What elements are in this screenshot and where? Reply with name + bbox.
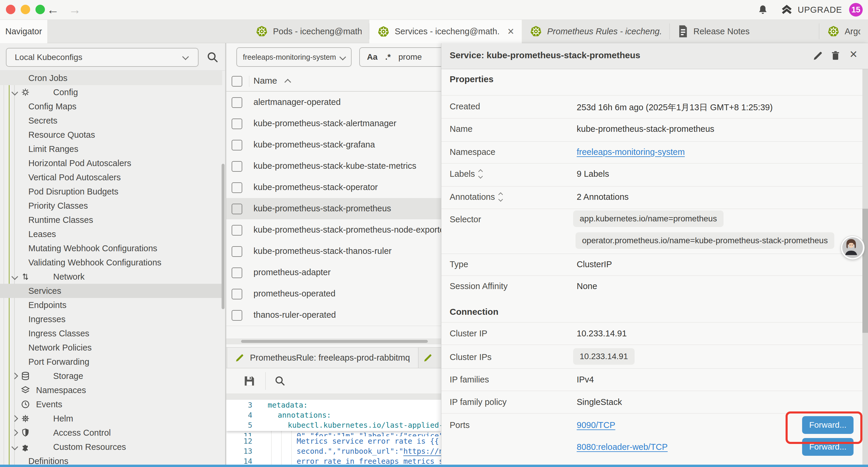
sidebar-item-definitions[interactable]: Definitions [0, 454, 222, 465]
sidebar-item-horizontal-pod-autoscalers[interactable]: Horizontal Pod Autoscalers [0, 156, 222, 170]
sidebar-item-runtime-classes[interactable]: Runtime Classes [0, 213, 222, 227]
expand-collapse-icon[interactable] [479, 170, 482, 178]
detail-panel-header: Service: kube-prometheus-stack-prometheu… [441, 43, 868, 69]
sidebar-scrollbar[interactable] [222, 164, 224, 309]
sidebar-item-port-forwarding[interactable]: Port Forwarding [0, 355, 222, 369]
row-checkbox[interactable] [231, 140, 242, 150]
window-close-button[interactable] [6, 5, 16, 14]
sidebar-item-ingress-classes[interactable]: Ingress Classes [0, 326, 222, 341]
sidebar-item-endpoints[interactable]: Endpoints [0, 298, 222, 312]
row-checkbox[interactable] [231, 246, 242, 257]
search-filter-input[interactable]: Aa .* prome [359, 47, 441, 67]
sidebar-item-cron-jobs[interactable]: Cron Jobs [0, 71, 222, 85]
namespace-link[interactable]: freeleaps-monitoring-system [577, 147, 685, 157]
row-checkbox[interactable] [231, 289, 242, 299]
row-checkbox[interactable] [231, 267, 242, 278]
table-row[interactable]: kube-prometheus-stack-operator [226, 177, 441, 198]
sidebar-item-config-maps[interactable]: Config Maps [0, 99, 222, 114]
name-column-header[interactable]: Name [253, 76, 277, 86]
tab-prometheus-rules[interactable]: Prometheus Rules - icecheng... [522, 20, 670, 43]
port-link-8080[interactable]: 8080:reloader-web/TCP [577, 442, 668, 452]
labels-value[interactable]: 9 Labels [577, 169, 609, 179]
cluster-ips-label: Cluster IPs [450, 352, 492, 362]
window-minimize-button[interactable] [21, 5, 30, 14]
save-icon[interactable] [243, 375, 256, 387]
edit-pencil-icon [423, 353, 433, 363]
sidebar-item-network-policies[interactable]: Network Policies [0, 341, 222, 355]
tab-release-notes[interactable]: Release Notes [670, 20, 819, 43]
table-row[interactable]: kube-prometheus-stack-prometheus-node-ex… [226, 219, 441, 241]
row-checkbox[interactable] [231, 204, 242, 214]
table-row-selected[interactable]: kube-prometheus-stack-prometheus [226, 198, 441, 220]
sidebar-item-custom-resources[interactable]: Custom Resources [0, 440, 222, 454]
layers-icon [21, 385, 30, 395]
table-row[interactable]: kube-prometheus-stack-kube-state-metrics [226, 155, 441, 177]
expand-collapse-icon[interactable] [499, 193, 502, 201]
editor-tab-prometheusrule[interactable]: PrometheusRule: freeleaps-prod-rabbitmq [227, 348, 418, 368]
yaml-editor[interactable]: 11 0","for":"1m","labels":{"service":" 1… [226, 400, 441, 465]
notification-badge[interactable]: 15 [849, 3, 863, 17]
edit-pencil-icon[interactable] [812, 50, 824, 61]
regex-toggle[interactable]: .* [385, 52, 391, 62]
tab-pods[interactable]: Pods - icecheng@mathmas... [248, 20, 369, 43]
table-row[interactable]: kube-prometheus-stack-thanos-ruler [226, 241, 441, 262]
tab-navigator[interactable]: Navigator [0, 20, 47, 43]
editor-search-icon[interactable] [274, 375, 286, 387]
port-link-9090[interactable]: 9090/TCP [577, 420, 615, 430]
sidebar-item-leases[interactable]: Leases [0, 227, 222, 241]
sidebar-item-ingresses[interactable]: Ingresses [0, 312, 222, 326]
row-checkbox[interactable] [231, 97, 242, 108]
sidebar-item-network[interactable]: Network [0, 269, 222, 284]
row-checkbox[interactable] [231, 119, 242, 129]
sidebar-item-pod-disruption-budgets[interactable]: Pod Disruption Budgets [0, 184, 222, 199]
namespace-selector[interactable]: freeleaps-monitoring-system [236, 47, 351, 67]
sidebar-item-config[interactable]: Config [0, 85, 222, 99]
sidebar-item-mutating-webhook-configurations[interactable]: Mutating Webhook Configurations [0, 241, 222, 255]
sort-ascending-icon[interactable] [284, 79, 291, 86]
trash-icon[interactable] [830, 50, 841, 61]
select-all-checkbox[interactable] [231, 76, 242, 87]
sidebar-item-limit-ranges[interactable]: Limit Ranges [0, 142, 222, 156]
table-row[interactable]: alertmanager-operated [226, 92, 441, 113]
back-arrow-button[interactable]: ← [47, 0, 59, 20]
search-icon[interactable] [206, 51, 219, 64]
sidebar-item-events[interactable]: Events [0, 397, 222, 411]
table-row[interactable]: prometheus-adapter [226, 262, 441, 284]
annotations-value[interactable]: 2 Annotations [577, 192, 629, 202]
table-row[interactable]: kube-prometheus-stack-alertmanager [226, 113, 441, 135]
sidebar-item-validating-webhook-configurations[interactable]: Validating Webhook Configurations [0, 255, 222, 269]
sidebar-item-storage[interactable]: Storage [0, 369, 222, 383]
sidebar-item-secrets[interactable]: Secrets [0, 114, 222, 128]
tab-services[interactable]: Services - icecheng@math... × [369, 20, 522, 43]
table-row[interactable]: prometheus-operated [226, 283, 441, 305]
runbook-url-link[interactable]: https://net [403, 447, 441, 456]
kubeconfig-selector[interactable]: Local Kubeconfigs [6, 48, 198, 67]
upgrade-label[interactable]: UPGRADE [798, 0, 842, 20]
match-case-toggle[interactable]: Aa [367, 52, 378, 62]
chevron-right-icon [11, 415, 18, 422]
avatar[interactable] [841, 236, 864, 260]
row-checkbox[interactable] [231, 182, 242, 193]
row-checkbox[interactable] [231, 225, 242, 236]
tab-close-icon[interactable]: × [507, 25, 514, 38]
bell-icon[interactable] [757, 4, 769, 16]
sidebar-item-services[interactable]: Services [0, 284, 222, 298]
upgrade-icon[interactable] [780, 4, 793, 16]
panel-scrollbar-thumb[interactable] [862, 209, 868, 333]
sidebar-item-vertical-pod-autoscalers[interactable]: Vertical Pod Autoscalers [0, 170, 222, 184]
row-checkbox[interactable] [231, 161, 242, 172]
horizontal-scrollbar-thumb[interactable] [241, 340, 428, 343]
sidebar-item-resource-quotas[interactable]: Resource Quotas [0, 128, 222, 142]
sidebar-item-access-control[interactable]: Access Control [0, 426, 222, 440]
window-maximize-button[interactable] [35, 5, 45, 14]
table-row[interactable]: kube-prometheus-stack-grafana [226, 134, 441, 156]
sidebar-item-helm[interactable]: Helm [0, 411, 222, 426]
editor-tab-partial[interactable] [418, 348, 441, 368]
tab-argo[interactable]: Argo Se [819, 20, 868, 43]
row-checkbox[interactable] [231, 310, 242, 321]
close-icon[interactable]: × [850, 47, 857, 61]
sidebar-item-namespaces[interactable]: Namespaces [0, 383, 222, 397]
table-row[interactable]: thanos-ruler-operated [226, 304, 441, 326]
forward-arrow-button[interactable]: → [68, 0, 81, 20]
sidebar-item-priority-classes[interactable]: Priority Classes [0, 199, 222, 213]
